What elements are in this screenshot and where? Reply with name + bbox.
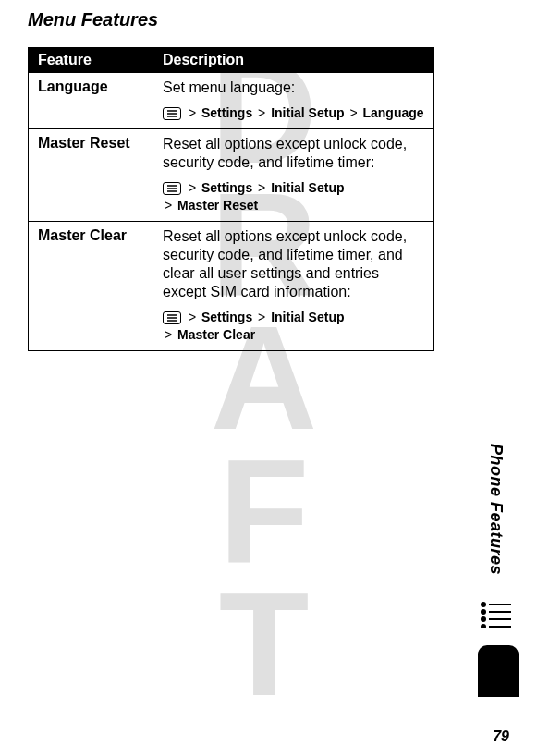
desc-text: Reset all options except unlock code, se… [163, 227, 424, 301]
nav-path: > Settings > Initial Setup > Master Clea… [163, 309, 424, 345]
desc-text: Set menu language: [163, 79, 424, 97]
path-separator: > [189, 310, 196, 324]
feature-description: Reset all options except unlock code, se… [153, 221, 434, 350]
path-part: Settings [201, 105, 252, 120]
path-part: Initial Setup [271, 180, 344, 195]
nav-path: > Settings > Initial Setup > Language [163, 104, 424, 123]
path-separator: > [258, 180, 265, 195]
feature-name: Language [29, 73, 153, 129]
path-part: Language [362, 105, 423, 120]
path-separator: > [258, 310, 265, 324]
path-separator: > [258, 105, 265, 120]
path-separator: > [189, 105, 196, 120]
svg-point-15 [481, 624, 486, 628]
bullet-list-icon [480, 601, 511, 628]
menu-icon [163, 182, 181, 195]
menu-icon [163, 311, 181, 324]
path-separator: > [165, 198, 172, 213]
page-number: 79 [493, 728, 509, 745]
nav-path: > Settings > Initial Setup > Master Rese… [163, 179, 424, 215]
table-row: Language Set menu language: > Settings [29, 73, 434, 129]
side-section-label: Phone Features [486, 444, 506, 575]
features-table: Feature Description Language Set menu la… [28, 47, 434, 351]
feature-description: Reset all options except unlock code, se… [153, 128, 434, 221]
path-part: Settings [201, 180, 252, 195]
feature-name: Master Clear [29, 221, 153, 350]
path-separator: > [165, 327, 172, 342]
feature-description: Set menu language: > Settings > In [153, 73, 434, 129]
svg-point-11 [481, 609, 486, 615]
path-part: Initial Setup [271, 310, 344, 324]
path-separator: > [189, 180, 196, 195]
path-separator: > [349, 105, 357, 120]
menu-icon [163, 107, 181, 120]
page-tab-shape [478, 645, 519, 697]
svg-point-9 [481, 602, 486, 607]
svg-point-13 [481, 616, 486, 622]
section-title: Menu Features [28, 9, 509, 30]
path-part: Settings [201, 310, 252, 324]
feature-name: Master Reset [29, 128, 153, 221]
header-feature: Feature [29, 48, 153, 73]
header-description: Description [153, 48, 434, 73]
path-part: Master Reset [177, 198, 258, 213]
table-row: Master Clear Reset all options except un… [29, 221, 434, 350]
path-part: Master Clear [177, 327, 255, 342]
desc-text: Reset all options except unlock code, se… [163, 135, 424, 172]
table-row: Master Reset Reset all options except un… [29, 128, 434, 221]
path-part: Initial Setup [271, 105, 344, 120]
